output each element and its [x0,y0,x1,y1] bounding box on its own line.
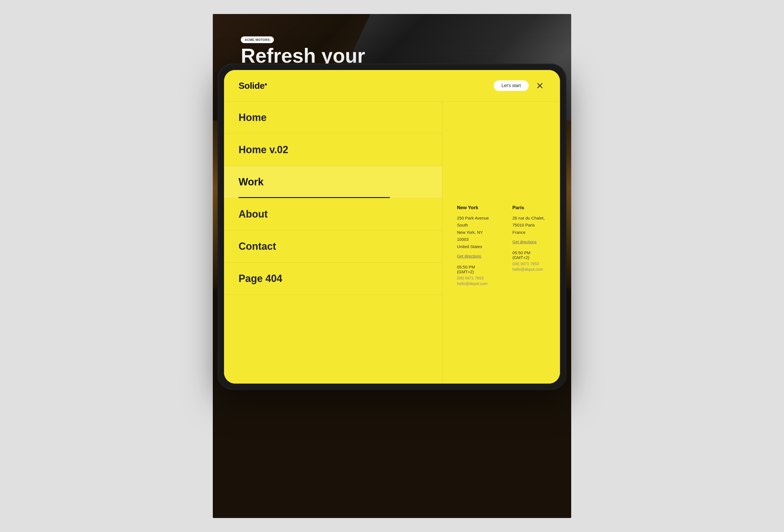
navigation-menu: Solide Let's start [224,70,560,384]
nav-item-contact[interactable]: Contact [224,230,442,263]
lets-start-button[interactable]: Let's start [494,80,529,91]
paris-directions[interactable]: Get directions [512,240,545,244]
ny-address-line2: New York, NY 10003 [457,230,483,242]
menu-body: Home Home v.02 Work About [224,102,560,384]
paris-phone: (08) 9471 7653 [512,261,545,266]
ny-city: New York [457,205,490,211]
work-underline [239,197,390,198]
contact-new-york: New York 250 Park Avenue South New York,… [457,205,490,286]
nav-item-contact-label: Contact [239,241,276,252]
nav-item-work[interactable]: Work [224,166,442,198]
paris-time: 05:50 PM (GMT+2) [512,250,545,260]
paris-address-line3: France [512,230,526,235]
tablet-device: Solide Let's start [218,64,566,389]
nav-item-home-v02[interactable]: Home v.02 [224,134,442,166]
bg-headline: Refresh your [241,45,365,67]
paris-address: 26 rue du Chalet, 75010 Paris France [512,215,545,236]
ny-address-line3: United States [457,244,482,249]
ny-phone: (08) 9471 7653 [457,276,490,280]
nav-item-home-v02-label: Home v.02 [239,144,288,156]
ny-directions[interactable]: Get directions [457,254,490,258]
nav-item-page404[interactable]: Page 404 [224,263,442,295]
paris-address-line1: 26 rue du Chalet, [512,216,544,220]
nav-item-about[interactable]: About [224,198,442,230]
menu-contact-panel: New York 250 Park Avenue South New York,… [442,102,560,384]
paris-address-line2: 75010 Paris [512,223,535,227]
close-button[interactable] [534,80,545,91]
ny-email: hello@depot.com [457,281,490,286]
menu-header-right: Let's start [494,80,545,91]
ny-address: 250 Park Avenue South New York, NY 10003… [457,215,490,250]
bg-badge: ACME MOTORS [241,36,274,43]
logo: Solide [239,81,267,91]
nav-item-work-label: Work [239,176,263,188]
page-wrapper: ACME MOTORS Refresh your Solide Let's st… [168,14,616,518]
menu-header: Solide Let's start [224,70,560,102]
menu-nav-list: Home Home v.02 Work About [224,102,442,384]
logo-text: Solide [239,81,264,91]
nav-item-about-label: About [239,208,268,220]
logo-dot [265,83,267,85]
contact-paris: Paris 26 rue du Chalet, 75010 Paris Fran… [512,205,545,286]
paris-email: hello@depot.com [512,267,545,272]
paris-city: Paris [512,205,545,211]
nav-item-home-label: Home [239,112,267,123]
nav-item-page404-label: Page 404 [239,273,282,284]
ny-time: 05:50 PM (GMT+2) [457,264,490,274]
contact-section: New York 250 Park Avenue South New York,… [457,199,545,286]
tablet-inner: Solide Let's start [224,70,560,384]
ny-address-line1: 250 Park Avenue South [457,216,489,228]
nav-item-home[interactable]: Home [224,102,442,134]
